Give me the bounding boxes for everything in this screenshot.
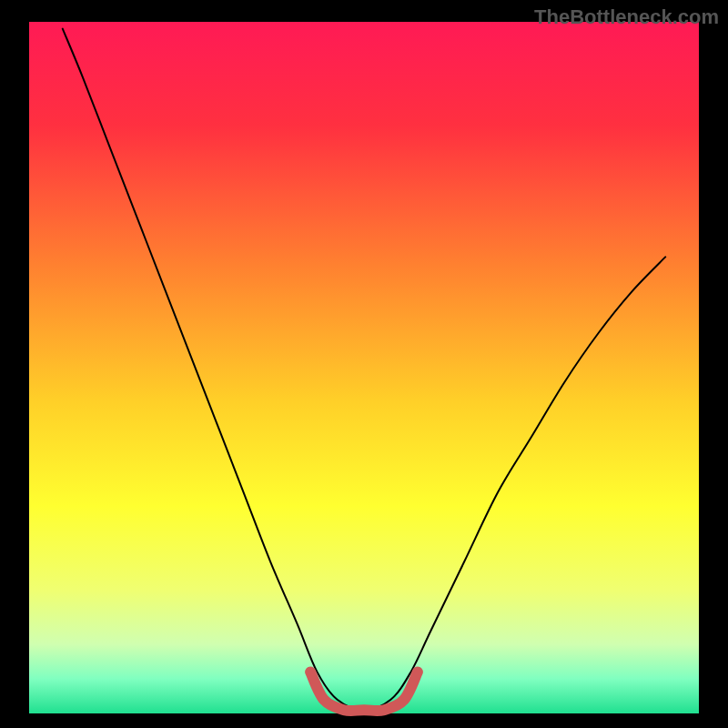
- bottleneck-chart: TheBottleneck.com: [0, 0, 728, 728]
- chart-svg: [0, 0, 728, 728]
- watermark-text: TheBottleneck.com: [534, 5, 719, 29]
- plot-background: [29, 22, 699, 713]
